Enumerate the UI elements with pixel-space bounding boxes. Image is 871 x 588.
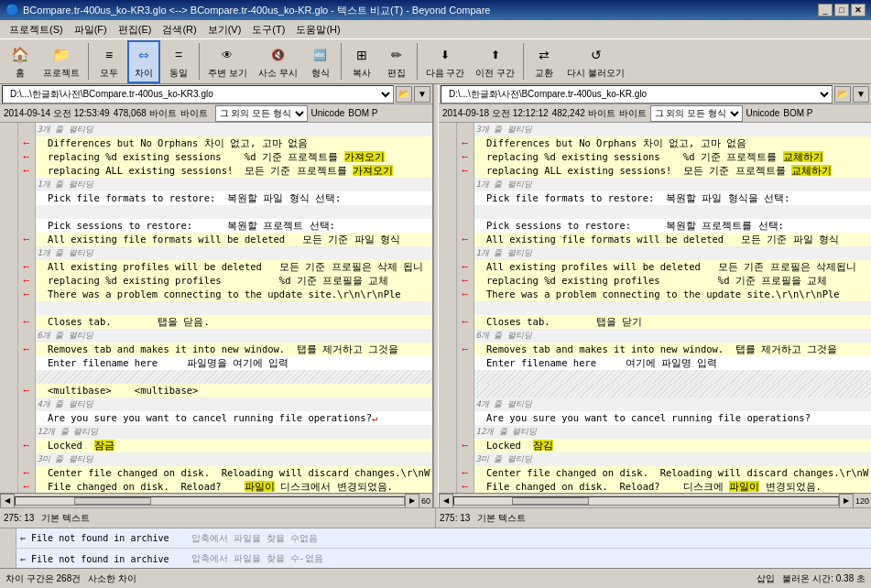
load-time: 불러온 시간: 0.38 초	[782, 572, 866, 585]
left-folder-button[interactable]: 📂	[396, 86, 412, 103]
table-row: ⟵All existing profiles will be deleted 모…	[457, 260, 871, 274]
table-row	[18, 205, 432, 219]
toolbar-edit[interactable]: ✏ 편집	[380, 41, 413, 82]
table-row: 3개 줄 펼티딩	[18, 123, 432, 136]
format-icon: 🔤	[310, 44, 332, 66]
table-row: 1개 줄 펼티딩	[18, 246, 432, 260]
table-row: ⟵replacing ALL existing sessions! 모든 기준 …	[457, 164, 871, 178]
table-row: Are you sure you want to cancel running …	[18, 411, 432, 425]
bottom-line-2: ⇐ File not found in archive 압축에서 파일을 찾을 …	[0, 549, 871, 569]
left-path-select[interactable]: D:\...\한글화\사전\BCompare.tr-400us_ko-KR3.g…	[2, 85, 394, 103]
menu-view[interactable]: 보기(V)	[202, 22, 247, 38]
left-scrollbar-h[interactable]: ◀ ▶ 60	[0, 493, 432, 507]
table-row: ⟵replacing %d existing profiles %d 기준 프로…	[18, 274, 432, 288]
table-row: 3미 줄 펼티딩	[18, 452, 432, 466]
toolbar-reload[interactable]: ↺ 다시 불러오기	[562, 41, 629, 82]
right-scrollbar-h[interactable]: ◀ ▶ 120	[439, 493, 871, 507]
table-row: Pick file formats to restore: 복원할 파일 형식을…	[457, 191, 871, 205]
toolbar-home[interactable]: 🏠 홈	[4, 41, 37, 82]
table-row	[457, 301, 871, 315]
table-row: ⟵Closes tab. 탭을 닫기	[457, 315, 871, 329]
restore-button[interactable]: □	[834, 4, 849, 16]
toolbar-project[interactable]: 📁 프로젝트	[38, 41, 84, 82]
reload-icon: ↺	[585, 44, 607, 66]
title-left: 🔵 BCompare.tr-400us_ko-KR3.glo <--> BCom…	[5, 4, 490, 17]
right-text-content: 3개 줄 펼티딩 ⟵Differences but No Orphans 차이 …	[439, 123, 871, 493]
menu-search[interactable]: 검색(R)	[157, 22, 201, 38]
left-lines-col[interactable]: 3개 줄 펼티딩 ⟵Differences but No Orphans 차이 …	[18, 123, 432, 493]
right-format-bar: 2014-09-18 오전 12:12:12 482,242 바이트 바이트 그…	[439, 104, 871, 123]
table-row: Are you sure you want to cancel running …	[457, 411, 871, 425]
menu-project[interactable]: 프로젝트(S)	[4, 22, 69, 38]
toolbar-context[interactable]: 👁 주변 보기	[203, 41, 252, 82]
left-date: 2014-09-14 오전 12:53:49	[4, 107, 110, 120]
bottom-line-1: ⇐ File not found in archive 압축에서 파일을 찾을 …	[0, 528, 871, 549]
right-lines-col[interactable]: 3개 줄 펼티딩 ⟵Differences but No Orphans 차이 …	[457, 123, 871, 493]
left-scroll-left[interactable]: ◀	[0, 494, 15, 508]
menu-help[interactable]: 도움말(H)	[290, 22, 345, 38]
prev-section-icon: ⬆	[484, 44, 506, 66]
toolbar: 🏠 홈 📁 프로젝트 ≡ 모두 ⇔ 차이 = 동일 👁 주변 보기 🔇 사소 무…	[0, 38, 871, 84]
table-row	[457, 205, 871, 219]
table-row: ⟵<multibase> <multibase>	[18, 384, 432, 397]
toolbar-ignore[interactable]: 🔇 사소 무시	[254, 41, 302, 82]
bottom-line-2-right: 압축에서 파일을 찾을 수-없음	[173, 552, 342, 565]
right-scroll-thumb[interactable]	[512, 497, 589, 505]
toolbar-copy[interactable]: ⊞ 복사	[345, 41, 378, 82]
all-icon: ≡	[98, 44, 120, 66]
left-diff-table: 3개 줄 펼티딩 ⟵Differences but No Orphans 차이 …	[18, 123, 432, 493]
toolbar-swap[interactable]: ⇄ 교환	[528, 41, 561, 82]
main-window: 🔵 BCompare.tr-400us_ko-KR3.glo <--> BCom…	[0, 0, 871, 588]
table-row: ⟵replacing %d existing sessions %d 기준 프로…	[18, 150, 432, 164]
toolbar-sep5	[523, 43, 524, 80]
table-row: ⟵All existing file formats will be delet…	[18, 233, 432, 246]
table-row: ⟵File changed on disk. Reload? 파일이 디스크에서…	[18, 480, 432, 493]
right-path-select[interactable]: D:\...\한글화\사전\BCompare.tr-400us_ko-KR.gl…	[441, 85, 833, 103]
left-scroll-track[interactable]	[15, 496, 405, 506]
left-scroll-right[interactable]: ▶	[405, 494, 419, 508]
table-row: ⟵All existing profiles will be deleted 모…	[18, 260, 432, 274]
bottom-line-1-left: ⇐ File not found in archive	[16, 533, 173, 543]
menu-tools[interactable]: 도구(T)	[246, 22, 290, 38]
toolbar-diff[interactable]: ⇔ 차이	[127, 40, 160, 83]
table-row: 6개 줄 펼티딩	[457, 329, 871, 343]
left-scroll-thumb[interactable]	[74, 497, 152, 505]
menu-edit[interactable]: 편집(E)	[113, 22, 158, 38]
right-scroll-right[interactable]: ▶	[839, 494, 854, 508]
title-bar: 🔵 BCompare.tr-400us_ko-KR3.glo <--> BCom…	[0, 0, 871, 20]
menu-bar: 프로젝트(S) 파일(F) 편집(E) 검색(R) 보기(V) 도구(T) 도움…	[0, 20, 871, 38]
toolbar-all[interactable]: ≡ 모두	[93, 41, 125, 82]
toolbar-same[interactable]: = 동일	[162, 41, 195, 82]
copy-icon: ⊞	[351, 44, 373, 66]
toolbar-next-section[interactable]: ⬇ 다음 구간	[421, 41, 470, 82]
menu-file[interactable]: 파일(F)	[69, 22, 113, 38]
right-folder-button[interactable]: 📂	[834, 86, 851, 103]
right-size: 482,242 바이트	[552, 107, 615, 120]
right-format-select[interactable]: 그 외의 모든 형식	[650, 105, 743, 122]
toolbar-sep1	[88, 43, 89, 80]
right-scroll-track[interactable]	[453, 496, 839, 506]
table-row: 1개 줄 펼티딩	[457, 246, 871, 260]
right-scroll-pos: 120	[854, 496, 871, 506]
left-editor-pane: D:\...\한글화\사전\BCompare.tr-400us_ko-KR3.g…	[0, 84, 433, 507]
right-date: 2014-09-18 오전 12:12:12	[442, 107, 549, 120]
table-row: ⟵Differences but No Orphans 차이 없고, 고마 없음	[457, 136, 871, 150]
right-scroll-left[interactable]: ◀	[439, 494, 453, 508]
right-nav-button[interactable]: ▼	[853, 86, 869, 103]
toolbar-prev-section[interactable]: ⬆ 이전 구간	[471, 41, 519, 82]
status-bar: 275: 13 기본 텍스트 275: 13 기본 텍스트	[0, 507, 871, 528]
left-format-select[interactable]: 그 외의 모든 형식	[215, 105, 308, 122]
right-status-bar: 275: 13 기본 텍스트	[436, 508, 871, 528]
table-row: ⟵Locked 잠금	[18, 439, 432, 452]
left-nav-button[interactable]: ▼	[414, 86, 430, 103]
bottom-line-1-right: 압축에서 파일을 찾을 수없음	[173, 532, 336, 545]
app-icon: 🔵	[5, 4, 19, 16]
close-button[interactable]: ✕	[851, 4, 866, 16]
left-scroll-pos: 60	[419, 496, 432, 506]
table-row: ⟵Differences but No Orphans 차이 없고, 고마 없음	[18, 136, 432, 150]
minimize-button[interactable]: _	[818, 4, 833, 16]
home-icon: 🏠	[9, 44, 31, 66]
bottom-gutter-1	[0, 528, 16, 548]
toolbar-format[interactable]: 🔤 형식	[304, 41, 337, 82]
bottom-lines-panel: ⇐ File not found in archive 압축에서 파일을 찾을 …	[0, 528, 871, 568]
